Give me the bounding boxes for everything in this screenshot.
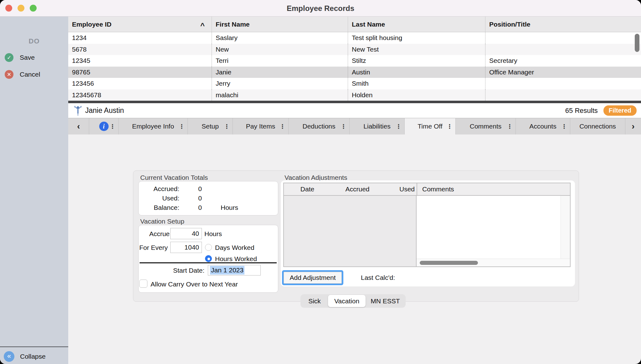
table-row[interactable]: 12345678 malachi Holden <box>68 89 641 101</box>
accrue-label: Accrue <box>149 230 170 238</box>
results-count: 65 Results <box>565 107 598 115</box>
totals-section-title: Current Vacation Totals <box>140 174 208 181</box>
carry-over-label: Allow Carry Over to Next Year <box>151 281 238 288</box>
info-icon: i <box>99 122 109 131</box>
save-label: Save <box>20 54 35 61</box>
tab-deductions[interactable]: Deductions ⋮ <box>289 118 350 134</box>
tab-bar: ‹ i ⋮ Employee Info ⋮ Setup ⋮ Pay Items … <box>68 118 641 134</box>
used-total-row: Used: 0 <box>139 195 278 202</box>
adjustments-comments-pane <box>416 196 570 266</box>
table-row[interactable]: 5678 New New Test <box>68 44 641 55</box>
sidebar: DO ✓ Save ✕ Cancel « Collapse <box>0 17 68 364</box>
column-header-last-name[interactable]: Last Name <box>348 17 485 32</box>
hours-worked-label: Hours Worked <box>215 255 257 263</box>
table-row-selected[interactable]: 98765 Janie Austin Office Manager <box>68 67 641 78</box>
accrued-total-row: Accrued: 0 <box>139 185 278 193</box>
adjustments-table: Date Accrued Used Comments <box>283 183 571 267</box>
adj-column-date[interactable]: Date <box>284 185 331 193</box>
used-value: 0 <box>179 195 221 202</box>
time-off-type-segmented-control: Sick Vacation MN ESST <box>300 294 406 308</box>
tab-menu-icon[interactable]: ⋮ <box>507 123 513 130</box>
collapse-chevrons-icon: « <box>4 351 14 362</box>
tabs-scroll-forward-button[interactable]: › <box>625 118 641 134</box>
tab-menu-icon[interactable]: ⋮ <box>396 123 402 130</box>
sort-ascending-icon: ^ <box>200 24 205 27</box>
tab-employee-info[interactable]: Employee Info ⋮ <box>119 118 188 134</box>
tab-liabilities[interactable]: Liabilities ⋮ <box>350 118 405 134</box>
employee-table-header: Employee ID ^ First Name Last Name Posit… <box>68 17 641 32</box>
app-window: Employee Records DO ✓ Save ✕ Cancel « Co… <box>0 0 641 364</box>
adj-column-used[interactable]: Used <box>384 185 417 193</box>
balance-total-row: Balance: 0 Hours <box>139 204 278 211</box>
setup-section-title: Vacation Setup <box>140 218 184 225</box>
accrued-label: Accrued: <box>139 185 179 193</box>
days-worked-label: Days Worked <box>215 244 254 251</box>
for-every-label: For Every <box>139 244 168 251</box>
tab-connections[interactable]: Connections <box>570 118 625 134</box>
comments-vertical-scrollbar[interactable] <box>561 196 570 259</box>
tab-menu-icon[interactable]: ⋮ <box>561 123 567 130</box>
start-date-input[interactable]: Jan 1 2023 <box>208 265 261 276</box>
sidebar-divider <box>0 346 68 347</box>
tabs-scroll-back-button[interactable]: ‹ <box>68 118 89 134</box>
table-vertical-scrollbar[interactable] <box>635 34 639 52</box>
hours-unit-label: Hours <box>221 204 238 211</box>
title-bar: Employee Records <box>0 0 641 17</box>
time-off-panel: Current Vacation Totals Accrued: 0 Used:… <box>133 170 579 302</box>
tab-comments[interactable]: Comments ⋮ <box>456 118 516 134</box>
table-row[interactable]: 1234 Saslary Test split housing <box>68 32 641 44</box>
for-every-input[interactable]: 1040 <box>170 242 202 253</box>
accrue-unit-label: Hours <box>204 230 222 238</box>
start-date-label: Start Date: <box>173 267 204 274</box>
filtered-badge[interactable]: Filtered <box>603 105 637 116</box>
record-bar: Janie Austin 65 Results Filtered <box>68 103 641 118</box>
tab-menu-icon[interactable]: ⋮ <box>279 123 285 130</box>
segment-vacation[interactable]: Vacation <box>328 295 366 307</box>
column-header-employee-id[interactable]: Employee ID ^ <box>68 17 212 32</box>
comments-horizontal-scrollbar[interactable] <box>417 259 570 266</box>
employee-table: Employee ID ^ First Name Last Name Posit… <box>68 17 641 103</box>
scrollbar-thumb[interactable] <box>420 261 478 265</box>
tab-menu-icon[interactable]: ⋮ <box>341 123 346 130</box>
table-row[interactable]: 123456 Jerry Smith <box>68 78 641 89</box>
save-check-icon: ✓ <box>5 53 13 62</box>
tab-menu-icon[interactable]: ⋮ <box>447 123 453 130</box>
collapse-button[interactable]: « Collapse <box>0 350 68 363</box>
tab-info[interactable]: i ⋮ <box>89 118 119 134</box>
tab-accounts[interactable]: Accounts ⋮ <box>516 118 570 134</box>
segment-mn-esst[interactable]: MN ESST <box>366 295 405 307</box>
cancel-x-icon: ✕ <box>5 70 13 79</box>
sidebar-header: DO <box>0 37 68 45</box>
selected-record-name: Janie Austin <box>85 106 124 115</box>
tab-menu-icon[interactable]: ⋮ <box>179 123 185 130</box>
tab-menu-icon[interactable]: ⋮ <box>224 123 230 130</box>
window-title: Employee Records <box>0 0 641 17</box>
accrue-input[interactable]: 40 <box>170 228 202 239</box>
tab-menu-icon[interactable]: ⋮ <box>110 123 115 130</box>
carry-over-checkbox[interactable] <box>139 280 147 288</box>
tab-pay-items[interactable]: Pay Items ⋮ <box>233 118 289 134</box>
vacation-totals-box: Accrued: 0 Used: 0 Balance: 0 Hours <box>138 181 278 215</box>
setup-divider <box>140 262 277 263</box>
adjustments-table-body <box>284 196 570 266</box>
cancel-button[interactable]: ✕ Cancel <box>0 70 68 79</box>
last-calcd-label: Last Calc'd: <box>361 274 395 281</box>
adjustments-table-header: Date Accrued Used Comments <box>284 183 570 196</box>
balance-label: Balance: <box>139 204 179 211</box>
tab-time-off[interactable]: Time Off ⋮ <box>405 118 456 134</box>
comments-area[interactable] <box>417 196 561 259</box>
hours-worked-radio[interactable] <box>205 255 212 262</box>
segment-sick[interactable]: Sick <box>301 295 328 307</box>
used-label: Used: <box>139 195 179 202</box>
adj-column-accrued[interactable]: Accrued <box>331 185 384 193</box>
days-worked-radio[interactable] <box>205 244 212 251</box>
vacation-setup-box: Accrue 40 Hours For Every 1040 Days Work… <box>138 225 278 293</box>
adj-column-comments[interactable]: Comments <box>417 183 570 195</box>
column-header-first-name[interactable]: First Name <box>212 17 348 32</box>
table-horizontal-scrollbar[interactable] <box>68 101 641 103</box>
tab-setup[interactable]: Setup ⋮ <box>188 118 233 134</box>
table-row[interactable]: 12345 Terri Stiltz Secretary <box>68 55 641 67</box>
column-header-position[interactable]: Position/Title <box>485 17 641 32</box>
add-adjustment-button[interactable]: Add Adjustment <box>284 272 342 284</box>
save-button[interactable]: ✓ Save <box>0 53 68 62</box>
